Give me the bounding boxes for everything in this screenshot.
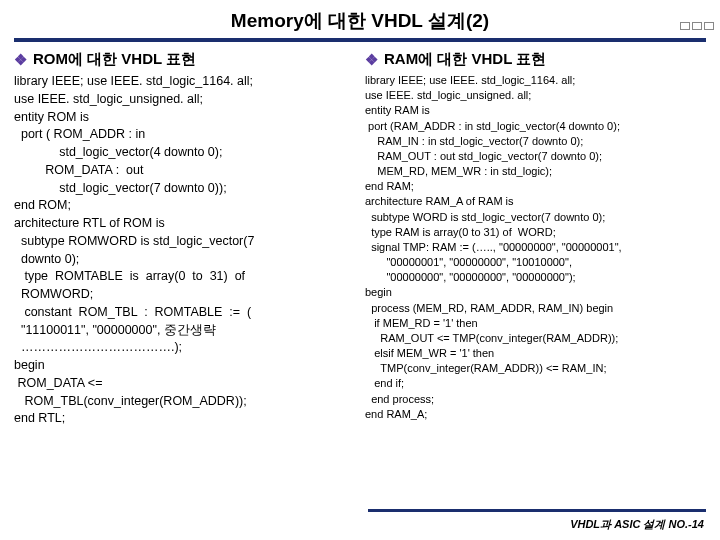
right-heading: ❖ RAM에 대한 VHDL 표현	[365, 50, 706, 69]
bullet-icon: ❖	[365, 51, 378, 69]
footer-text: VHDL과 ASIC 설계 NO.-14	[570, 517, 704, 532]
footer-divider	[368, 509, 706, 512]
left-heading-text: ROM에 대한 VHDL 표현	[33, 50, 196, 69]
slide-title: Memory에 대한 VHDL 설계(2)	[14, 8, 706, 34]
right-heading-text: RAM에 대한 VHDL 표현	[384, 50, 546, 69]
right-column: ❖ RAM에 대한 VHDL 표현 library IEEE; use IEEE…	[365, 50, 706, 428]
decor-blocks	[680, 22, 720, 30]
bullet-icon: ❖	[14, 51, 27, 69]
left-heading: ❖ ROM에 대한 VHDL 표현	[14, 50, 355, 69]
ram-code: library IEEE; use IEEE. std_logic_1164. …	[365, 73, 706, 422]
title-divider	[14, 38, 706, 42]
columns: ❖ ROM에 대한 VHDL 표현 library IEEE; use IEEE…	[14, 50, 706, 428]
left-column: ❖ ROM에 대한 VHDL 표현 library IEEE; use IEEE…	[14, 50, 355, 428]
rom-code: library IEEE; use IEEE. std_logic_1164. …	[14, 73, 355, 428]
slide: Memory에 대한 VHDL 설계(2) ❖ ROM에 대한 VHDL 표현 …	[0, 0, 720, 540]
